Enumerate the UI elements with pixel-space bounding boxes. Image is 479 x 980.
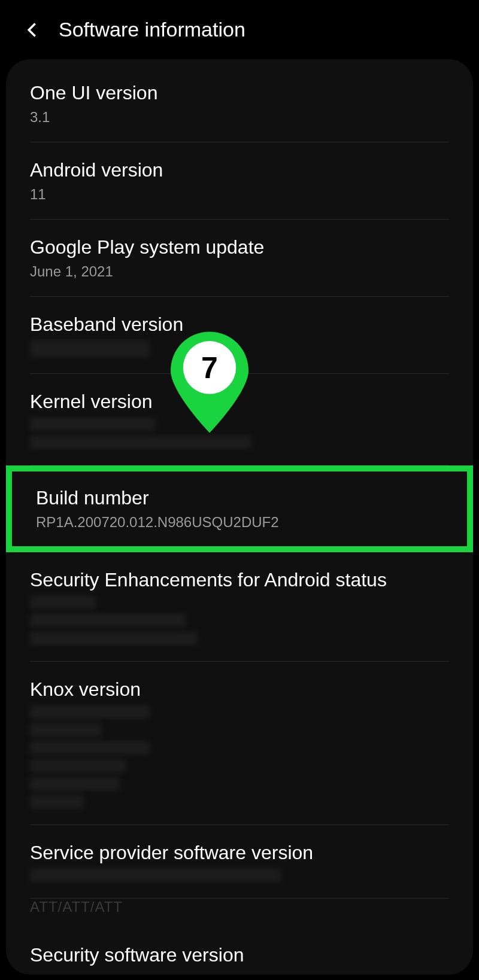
app-header: Software information — [0, 0, 479, 59]
item-service-provider-version[interactable]: Service provider software version — [6, 825, 473, 899]
item-title: Knox version — [30, 678, 449, 701]
item-title: Baseband version — [30, 314, 449, 336]
item-se-android-status[interactable]: Security Enhancements for Android status — [6, 552, 473, 662]
item-title: Security Enhancements for Android status — [30, 569, 449, 591]
item-build-number-highlighted[interactable]: Build number RP1A.200720.012.N986USQU2DU… — [6, 465, 473, 552]
item-title: Google Play system update — [30, 236, 449, 258]
item-value: RP1A.200720.012.N986USQU2DUF2 — [36, 514, 443, 531]
item-value-redacted — [30, 418, 449, 449]
item-android-version[interactable]: Android version 11 — [6, 142, 473, 220]
item-title: One UI version — [30, 82, 449, 104]
page-title: Software information — [59, 18, 245, 41]
back-icon[interactable] — [24, 22, 41, 38]
item-value: 3.1 — [30, 109, 449, 126]
item-value-redacted — [30, 705, 449, 808]
item-title: Kernel version — [30, 391, 449, 413]
item-value-redacted — [30, 869, 449, 882]
item-baseband-version[interactable]: Baseband version xxxxxxxxxxxx — [6, 297, 473, 374]
item-title: Build number — [36, 487, 443, 509]
item-kernel-version[interactable]: Kernel version — [6, 374, 473, 465]
item-title: Android version — [30, 159, 449, 181]
item-knox-version[interactable]: Knox version — [6, 662, 473, 825]
item-value-redacted — [30, 596, 449, 645]
settings-panel: One UI version 3.1 Android version 11 Go… — [6, 59, 473, 975]
item-value-redacted: xxxxxxxxxxxx — [30, 340, 449, 357]
item-security-software-version[interactable]: Security software version — [6, 927, 473, 966]
item-google-play-update[interactable]: Google Play system update June 1, 2021 — [6, 220, 473, 297]
item-one-ui-version[interactable]: One UI version 3.1 — [6, 65, 473, 142]
item-value: 11 — [30, 186, 449, 203]
item-title: Service provider software version — [30, 842, 449, 864]
trunc-text: ATT/ATT/ATT — [6, 899, 473, 927]
item-value: June 1, 2021 — [30, 263, 449, 280]
